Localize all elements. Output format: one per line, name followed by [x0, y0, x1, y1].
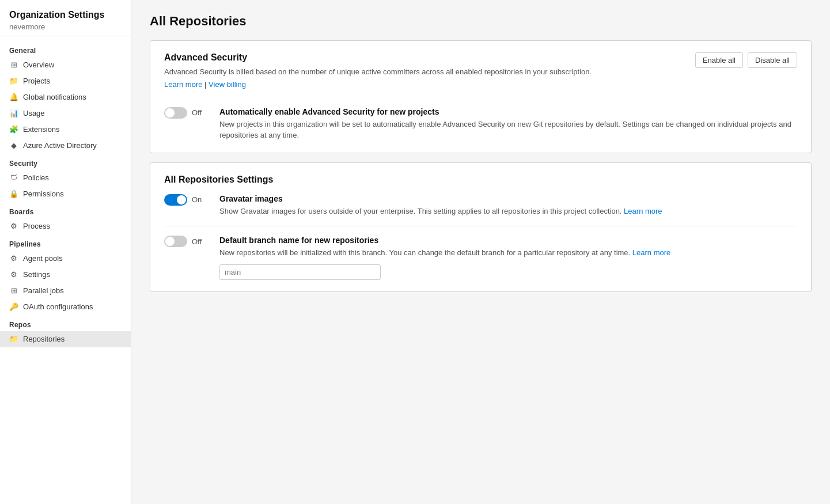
process-icon: ⚙ — [9, 222, 18, 231]
sidebar-item-label: Process — [23, 222, 50, 230]
advanced-security-card: Advanced Security Advanced Security is b… — [150, 40, 812, 153]
advanced-security-setting-desc: New projects in this organization will b… — [219, 119, 797, 141]
default-branch-toggle-slider — [164, 236, 187, 247]
gravatar-setting-title: Gravatar images — [219, 194, 662, 203]
nav-section-pipelines: Pipelines — [0, 234, 131, 251]
gravatar-toggle[interactable] — [164, 194, 187, 206]
default-branch-setting-desc: New repositories will be initialized wit… — [219, 247, 670, 259]
sidebar-item-label: Settings — [23, 270, 50, 279]
chart-icon: 📊 — [9, 109, 18, 118]
learn-more-link[interactable]: Learn more — [164, 80, 202, 89]
grid-icon: ⊞ — [9, 60, 18, 70]
advanced-security-description: Advanced Security is billed based on the… — [164, 66, 592, 78]
advanced-security-links: Learn more | View billing — [164, 80, 592, 89]
advanced-security-toggle-row: Off Automatically enable Advanced Securi… — [164, 107, 797, 141]
gravatar-desc-text: Show Gravatar images for users outside o… — [219, 207, 624, 215]
default-branch-toggle-row: Off Default branch name for new reposito… — [164, 236, 797, 280]
sidebar-item-settings[interactable]: ⚙ Settings — [0, 267, 131, 283]
sidebar-item-label: Usage — [23, 109, 45, 118]
sidebar: Organization Settings nevermore General … — [0, 0, 131, 504]
sidebar-item-label: Repositories — [23, 335, 65, 343]
agent-icon: ⚙ — [9, 254, 18, 263]
all-repos-settings-title: All Repositories Settings — [164, 175, 797, 185]
enable-all-button[interactable]: Enable all — [695, 52, 743, 68]
toggle-label-group: Off — [164, 107, 210, 119]
repo-icon: 📁 — [9, 335, 18, 344]
default-branch-toggle-label-group: Off — [164, 236, 210, 247]
gravatar-toggle-label-group: On — [164, 194, 210, 206]
sidebar-item-process[interactable]: ⚙ Process — [0, 218, 131, 234]
sidebar-item-label: Global notifications — [23, 93, 86, 101]
advanced-security-setting-content: Automatically enable Advanced Security f… — [219, 107, 797, 141]
sidebar-nav: General ⊞ Overview 📁 Projects 🔔 Global n… — [0, 36, 131, 352]
sidebar-item-repositories[interactable]: 📁 Repositories — [0, 331, 131, 347]
nav-section-repos: Repos — [0, 315, 131, 331]
advanced-security-toggle[interactable] — [164, 107, 187, 119]
diamond-icon: ◆ — [9, 141, 18, 150]
sidebar-header: Organization Settings nevermore — [0, 0, 131, 36]
gravatar-learn-more-link[interactable]: Learn more — [624, 207, 662, 215]
sidebar-org-title: Organization Settings — [9, 9, 122, 21]
default-branch-toggle[interactable] — [164, 236, 187, 247]
settings-divider — [164, 226, 797, 226]
toggle-slider — [164, 107, 187, 119]
sidebar-item-label: Agent pools — [23, 254, 63, 263]
sidebar-item-label: Extensions — [23, 125, 60, 134]
sidebar-item-global-notifications[interactable]: 🔔 Global notifications — [0, 89, 131, 105]
gravatar-setting-content: Gravatar images Show Gravatar images for… — [219, 194, 662, 217]
default-branch-setting-content: Default branch name for new repositories… — [219, 236, 670, 280]
default-branch-input[interactable] — [219, 264, 381, 280]
shield-icon: 🛡 — [9, 173, 18, 183]
folder-icon: 📁 — [9, 77, 18, 86]
sidebar-item-usage[interactable]: 📊 Usage — [0, 105, 131, 122]
sidebar-item-label: Permissions — [23, 190, 64, 198]
sidebar-item-parallel-jobs[interactable]: ⊞ Parallel jobs — [0, 283, 131, 299]
sidebar-item-label: OAuth configurations — [23, 302, 93, 311]
toggle-state-label: Off — [192, 108, 202, 117]
nav-section-general: General — [0, 41, 131, 57]
lock-icon: 🔒 — [9, 190, 18, 199]
gravatar-toggle-slider — [164, 194, 187, 206]
key-icon: 🔑 — [9, 302, 18, 312]
sidebar-item-overview[interactable]: ⊞ Overview — [0, 57, 131, 73]
sidebar-item-label: Policies — [23, 173, 49, 182]
sidebar-item-label: Projects — [23, 77, 50, 85]
nav-section-security: Security — [0, 154, 131, 170]
sidebar-item-oauth-configurations[interactable]: 🔑 OAuth configurations — [0, 299, 131, 315]
sidebar-item-label: Azure Active Directory — [23, 141, 97, 150]
sidebar-item-permissions[interactable]: 🔒 Permissions — [0, 186, 131, 202]
nav-section-boards: Boards — [0, 202, 131, 218]
sidebar-item-policies[interactable]: 🛡 Policies — [0, 170, 131, 186]
default-branch-state-label: Off — [192, 237, 202, 246]
default-branch-desc-text: New repositories will be initialized wit… — [219, 248, 630, 257]
main-content: All Repositories Advanced Security Advan… — [131, 0, 830, 504]
advanced-security-actions: Enable all Disable all — [695, 52, 797, 68]
sidebar-item-extensions[interactable]: 🧩 Extensions — [0, 122, 131, 138]
sidebar-item-azure-active-directory[interactable]: ◆ Azure Active Directory — [0, 138, 131, 154]
gravatar-state-label: On — [192, 195, 202, 204]
gravatar-toggle-row: On Gravatar images Show Gravatar images … — [164, 194, 797, 217]
sidebar-item-label: Parallel jobs — [23, 286, 64, 295]
sidebar-item-agent-pools[interactable]: ⚙ Agent pools — [0, 251, 131, 267]
default-branch-setting-title: Default branch name for new repositories — [219, 236, 670, 245]
bell-icon: 🔔 — [9, 93, 18, 102]
disable-all-button[interactable]: Disable all — [748, 52, 797, 68]
gravatar-setting-desc: Show Gravatar images for users outside o… — [219, 206, 662, 217]
puzzle-icon: 🧩 — [9, 125, 18, 134]
default-branch-learn-more-link[interactable]: Learn more — [632, 248, 670, 257]
sidebar-org-subtitle: nevermore — [9, 22, 122, 31]
page-title: All Repositories — [150, 14, 812, 29]
sidebar-item-label: Overview — [23, 60, 54, 69]
advanced-security-title: Advanced Security — [164, 52, 592, 63]
advanced-security-header-left: Advanced Security Advanced Security is b… — [164, 52, 592, 98]
all-repos-settings-card: All Repositories Settings On Gravatar im… — [150, 162, 812, 292]
view-billing-link[interactable]: View billing — [209, 80, 246, 89]
gear-icon: ⚙ — [9, 270, 18, 279]
parallel-icon: ⊞ — [9, 286, 18, 295]
advanced-security-setting-title: Automatically enable Advanced Security f… — [219, 107, 797, 116]
sidebar-item-projects[interactable]: 📁 Projects — [0, 73, 131, 89]
